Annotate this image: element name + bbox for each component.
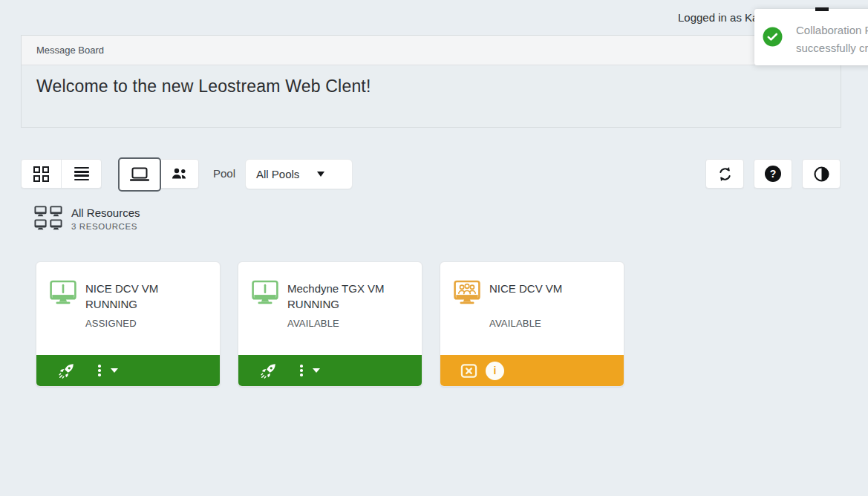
welcome-message: Welcome to the new Leostream Web Clent!: [36, 76, 826, 97]
view-toggle-group: [21, 159, 102, 189]
toast-message-line1: Collaboration R: [796, 24, 868, 36]
message-board-title: Message Board: [36, 45, 104, 56]
info-icon: i: [494, 365, 497, 376]
resource-card: NICE DCV VM RUNNING ASSIGNED: [36, 261, 221, 387]
refresh-icon: [717, 166, 734, 183]
resource-type-group: [119, 159, 199, 189]
resource-card: Mechdyne TGX VM RUNNING AVAILABLE: [238, 261, 422, 387]
help-icon: ?: [765, 166, 781, 182]
monitor-collaboration-icon: [453, 279, 481, 307]
launch-button[interactable]: [58, 362, 75, 379]
launch-button[interactable]: [260, 362, 277, 379]
grid-view-button[interactable]: [22, 160, 61, 188]
toast-notification: Collaboration R successfully cre: [754, 9, 868, 65]
list-view-button[interactable]: [61, 160, 101, 188]
desktops-view-button[interactable]: [120, 160, 159, 188]
toast-message-line2: successfully cre: [796, 42, 868, 54]
help-glyph: ?: [770, 168, 777, 180]
resource-card-footer: [36, 355, 220, 386]
list-icon: [74, 167, 89, 181]
resource-state: RUNNING: [85, 296, 158, 312]
card-actions-menu[interactable]: [300, 365, 320, 376]
resource-group-title: All Resources: [71, 206, 140, 219]
contrast-button[interactable]: [802, 159, 841, 189]
resource-group-text: All Resources 3 RESOURCES: [71, 205, 140, 232]
window-dash-icon: [815, 7, 829, 11]
resource-name: Mechdyne TGX VM: [287, 281, 385, 296]
caret-down-icon: [317, 172, 324, 177]
rocket-icon: [58, 362, 75, 379]
info-button[interactable]: i: [486, 362, 504, 380]
people-icon: [170, 167, 188, 180]
resource-group-count: 3 RESOURCES: [71, 222, 140, 231]
resource-state: [489, 296, 562, 312]
resource-card-footer: [238, 355, 422, 386]
resource-card: NICE DCV VM AVAILABLE i: [440, 261, 624, 387]
resource-name: NICE DCV VM: [85, 281, 158, 296]
resource-status: ASSIGNED: [85, 318, 158, 329]
logged-in-text: Logged in as Ka: [678, 11, 758, 24]
resource-state: RUNNING: [287, 296, 385, 312]
x-square-icon: [460, 362, 477, 379]
help-button[interactable]: ?: [754, 159, 792, 189]
card-actions-menu[interactable]: [98, 365, 118, 376]
chevron-down-icon: [111, 368, 118, 373]
desktops-view-selected[interactable]: [118, 157, 161, 192]
resource-group-header: All Resources 3 RESOURCES: [34, 205, 140, 232]
all-resources-icon: [34, 205, 62, 232]
pool-label: Pool: [213, 167, 235, 180]
resource-card-text: NICE DCV VM AVAILABLE: [489, 281, 562, 329]
resource-card-footer: i: [440, 355, 624, 386]
vertical-dots-icon: [98, 365, 101, 376]
pool-dropdown[interactable]: All Pools: [245, 159, 353, 189]
pool-selected-value: All Pools: [256, 168, 299, 180]
laptop-icon: [130, 167, 149, 182]
grid-icon: [33, 166, 49, 182]
contrast-icon: [813, 166, 830, 183]
resource-status: AVAILABLE: [489, 318, 562, 329]
refresh-button[interactable]: [705, 159, 744, 189]
chevron-down-icon: [313, 368, 320, 373]
vertical-dots-icon: [300, 365, 303, 376]
release-button[interactable]: [460, 362, 477, 379]
success-check-icon: [763, 27, 783, 47]
message-board: Message Board Welcome to the new Leostre…: [21, 35, 841, 128]
message-board-body: Welcome to the new Leostream Web Clent!: [22, 65, 841, 108]
users-view-button[interactable]: [159, 160, 198, 188]
toolbar: Pool All Pools ?: [0, 158, 868, 191]
monitor-running-icon: [251, 279, 279, 307]
monitor-running-icon: [49, 279, 77, 307]
rocket-icon: [260, 362, 277, 379]
resource-status: AVAILABLE: [287, 318, 385, 329]
resource-card-text: Mechdyne TGX VM RUNNING AVAILABLE: [287, 281, 385, 329]
resource-card-text: NICE DCV VM RUNNING ASSIGNED: [85, 281, 158, 329]
message-board-header: Message Board: [22, 36, 841, 65]
resource-name: NICE DCV VM: [489, 281, 562, 296]
